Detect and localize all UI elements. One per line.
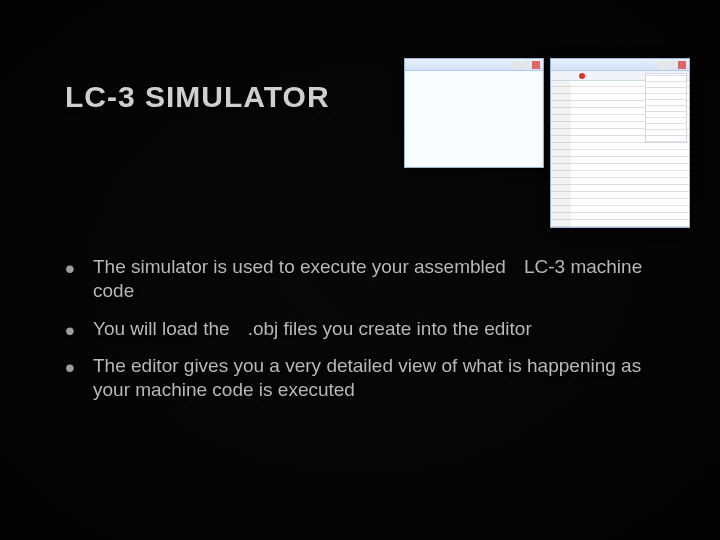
screenshot-group	[404, 58, 690, 228]
bullet-text: You will load the	[93, 318, 230, 339]
bullet-item: You will load the.obj files you create i…	[65, 317, 665, 341]
window-body	[551, 71, 689, 227]
window-body	[405, 71, 543, 167]
console-window-thumbnail	[404, 58, 544, 168]
code-text: .obj	[248, 318, 279, 339]
window-titlebar	[405, 59, 543, 71]
bullet-item: The simulator is used to execute your as…	[65, 255, 665, 303]
simulator-window-thumbnail	[550, 58, 690, 228]
slide-title: LC-3 SIMULATOR	[65, 80, 330, 114]
bullet-text: The editor gives you a very detailed vie…	[93, 355, 641, 400]
registers-panel	[645, 73, 687, 143]
slide: LC-3 SIMULATOR The simulator is used to …	[0, 0, 720, 540]
bullet-text: files you create into the editor	[284, 318, 532, 339]
window-titlebar	[551, 59, 689, 71]
bullet-list: The simulator is used to execute your as…	[65, 255, 665, 416]
bullet-item: The editor gives you a very detailed vie…	[65, 354, 665, 402]
bullet-text: The simulator is used to execute your as…	[93, 256, 506, 277]
